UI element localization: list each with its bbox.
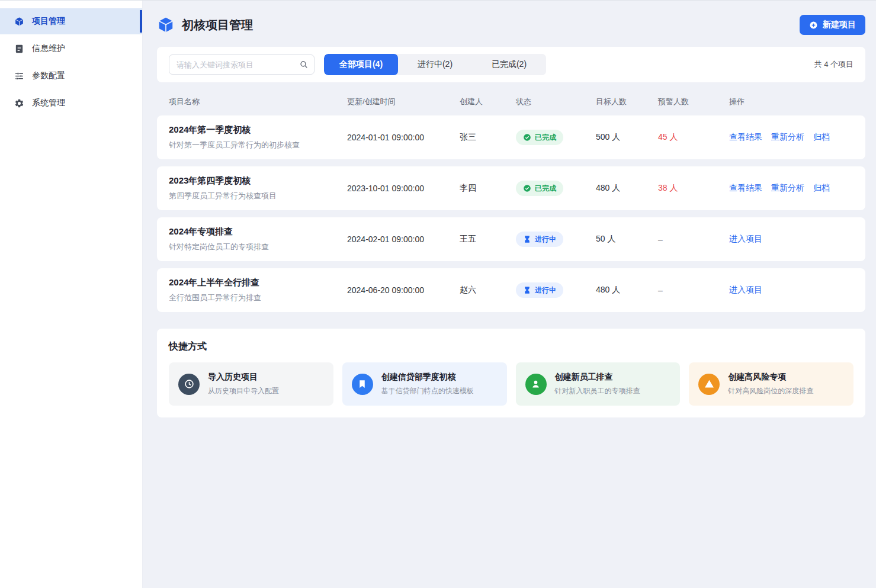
sliders-icon xyxy=(14,71,24,81)
creator: 张三 xyxy=(460,132,516,143)
enter-project-link[interactable]: 进入项目 xyxy=(729,234,762,245)
shortcut-subtitle: 针对新入职员工的专项排查 xyxy=(555,386,640,396)
warning-count: 45 人 xyxy=(658,132,729,143)
sidebar-item-system-management[interactable]: 系统管理 xyxy=(0,90,142,116)
shortcuts-grid: 导入历史项目 从历史项目中导入配置 创建信贷部季度初核 基于信贷部门特点的快速模… xyxy=(169,362,853,406)
clock-icon xyxy=(178,374,200,395)
shortcut-subtitle: 针对高风险岗位的深度排查 xyxy=(728,386,813,396)
table-header: 项目名称 更新/创建时间 创建人 状态 目标人数 预警人数 操作 xyxy=(157,82,865,115)
archive-link[interactable]: 归档 xyxy=(813,132,830,143)
shortcut-title: 创建新员工排查 xyxy=(555,372,640,383)
table-row: 2024年专项排查 针对特定岗位员工的专项排查 2024-02-01 09:00… xyxy=(157,217,865,261)
reanalyze-link[interactable]: 重新分析 xyxy=(771,132,804,143)
update-time: 2023-10-01 09:00:00 xyxy=(347,184,460,193)
search-box xyxy=(169,54,315,75)
sidebar-item-label: 项目管理 xyxy=(32,16,65,27)
row-actions: 进入项目 xyxy=(729,234,853,245)
person-icon xyxy=(525,374,547,395)
search-icon[interactable] xyxy=(299,60,309,69)
column-header-creator: 创建人 xyxy=(460,97,516,107)
project-title: 2024年第一季度初核 xyxy=(169,124,347,136)
column-header-actions: 操作 xyxy=(729,97,853,107)
shortcut-new-employee-screening[interactable]: 创建新员工排查 针对新入职员工的专项排查 xyxy=(516,362,681,406)
new-project-button[interactable]: 新建项目 xyxy=(800,15,865,35)
creator: 赵六 xyxy=(460,285,516,295)
project-name-cell: 2023年第四季度初核 第四季度员工异常行为核查项目 xyxy=(169,175,347,201)
sidebar-item-parameter-config[interactable]: 参数配置 xyxy=(0,63,142,89)
row-actions: 进入项目 xyxy=(729,285,853,295)
column-header-project-name: 项目名称 xyxy=(169,97,347,107)
plus-circle-icon xyxy=(809,21,818,30)
tab-in-progress[interactable]: 进行中(2) xyxy=(398,54,472,75)
shortcut-title: 导入历史项目 xyxy=(208,372,279,383)
table-row: 2023年第四季度初核 第四季度员工异常行为核查项目 2023-10-01 09… xyxy=(157,166,865,210)
sidebar-item-label: 系统管理 xyxy=(32,98,65,108)
filter-tabs: 全部项目(4) 进行中(2) 已完成(2) xyxy=(324,54,546,75)
hourglass-icon xyxy=(523,286,531,294)
cube-icon xyxy=(157,16,175,34)
cube-icon xyxy=(14,17,24,27)
project-subtitle: 针对特定岗位员工的专项排查 xyxy=(169,242,347,252)
warning-icon xyxy=(698,374,720,395)
shortcut-import-history[interactable]: 导入历史项目 从历史项目中导入配置 xyxy=(169,362,333,406)
sidebar-item-label: 参数配置 xyxy=(32,70,65,81)
total-project-count: 共 4 个项目 xyxy=(814,59,853,70)
shortcuts-panel: 快捷方式 导入历史项目 从历史项目中导入配置 创建信贷部季度初核 基于信贷部门特… xyxy=(157,329,865,417)
column-header-warning-count: 预警人数 xyxy=(658,97,729,107)
shortcuts-title: 快捷方式 xyxy=(169,340,853,353)
table-row: 2024年第一季度初核 针对第一季度员工异常行为的初步核查 2024-01-01… xyxy=(157,115,865,159)
project-title: 2023年第四季度初核 xyxy=(169,175,347,187)
project-name-cell: 2024年上半年全行排查 全行范围员工异常行为排查 xyxy=(169,277,347,303)
status-badge: 进行中 xyxy=(516,282,563,298)
shortcut-title: 创建高风险专项 xyxy=(728,372,813,383)
table-row: 2024年上半年全行排查 全行范围员工异常行为排查 2024-06-20 09:… xyxy=(157,268,865,312)
shortcut-title: 创建信贷部季度初核 xyxy=(381,372,474,383)
warning-count: – xyxy=(658,234,729,244)
shortcut-subtitle: 基于信贷部门特点的快速模板 xyxy=(381,386,474,396)
update-time: 2024-01-01 09:00:00 xyxy=(347,133,460,142)
creator: 李四 xyxy=(460,183,516,194)
document-icon xyxy=(14,44,24,54)
shortcut-credit-dept-review[interactable]: 创建信贷部季度初核 基于信贷部门特点的快速模板 xyxy=(342,362,507,406)
target-count: 500 人 xyxy=(596,132,658,143)
row-actions: 查看结果 重新分析 归档 xyxy=(729,132,853,143)
enter-project-link[interactable]: 进入项目 xyxy=(729,285,762,295)
app-window: 项目管理 信息维护 参数配置 系统管理 初核项目管理 新建项目 xyxy=(0,1,876,588)
column-header-update-time: 更新/创建时间 xyxy=(347,97,460,107)
status-badge: 已完成 xyxy=(516,130,563,145)
check-circle-icon xyxy=(523,133,531,142)
project-subtitle: 针对第一季度员工异常行为的初步核查 xyxy=(169,140,347,150)
column-header-target-count: 目标人数 xyxy=(596,97,658,107)
project-subtitle: 全行范围员工异常行为排查 xyxy=(169,293,347,303)
project-subtitle: 第四季度员工异常行为核查项目 xyxy=(169,191,347,201)
project-title: 2024年专项排查 xyxy=(169,226,347,237)
target-count: 480 人 xyxy=(596,183,658,194)
tab-all-projects[interactable]: 全部项目(4) xyxy=(324,54,398,75)
main-content: 初核项目管理 新建项目 全部项目(4) 进行中(2) 已完成(2) 共 4 个项… xyxy=(143,1,876,588)
bookmark-icon xyxy=(352,374,373,395)
page-title: 初核项目管理 xyxy=(182,17,253,33)
shortcut-high-risk-special[interactable]: 创建高风险专项 针对高风险岗位的深度排查 xyxy=(689,362,853,406)
update-time: 2024-02-01 09:00:00 xyxy=(347,234,460,244)
status-badge: 进行中 xyxy=(516,232,563,247)
sidebar-item-info-maintenance[interactable]: 信息维护 xyxy=(0,36,142,62)
toolbar-panel: 全部项目(4) 进行中(2) 已完成(2) 共 4 个项目 xyxy=(157,47,865,82)
tab-completed[interactable]: 已完成(2) xyxy=(472,54,546,75)
check-circle-icon xyxy=(523,184,531,192)
view-results-link[interactable]: 查看结果 xyxy=(729,183,762,194)
view-results-link[interactable]: 查看结果 xyxy=(729,132,762,143)
project-title: 2024年上半年全行排查 xyxy=(169,277,347,288)
sidebar: 项目管理 信息维护 参数配置 系统管理 xyxy=(0,1,143,588)
search-input[interactable] xyxy=(169,54,315,75)
sidebar-item-project-management[interactable]: 项目管理 xyxy=(0,8,142,34)
reanalyze-link[interactable]: 重新分析 xyxy=(771,183,804,194)
project-name-cell: 2024年专项排查 针对特定岗位员工的专项排查 xyxy=(169,226,347,252)
row-actions: 查看结果 重新分析 归档 xyxy=(729,183,853,194)
page-header: 初核项目管理 新建项目 xyxy=(157,15,865,35)
column-header-status: 状态 xyxy=(516,97,596,107)
target-count: 50 人 xyxy=(596,234,658,245)
archive-link[interactable]: 归档 xyxy=(813,183,830,194)
hourglass-icon xyxy=(523,235,531,243)
creator: 王五 xyxy=(460,234,516,245)
warning-count: 38 人 xyxy=(658,183,729,194)
